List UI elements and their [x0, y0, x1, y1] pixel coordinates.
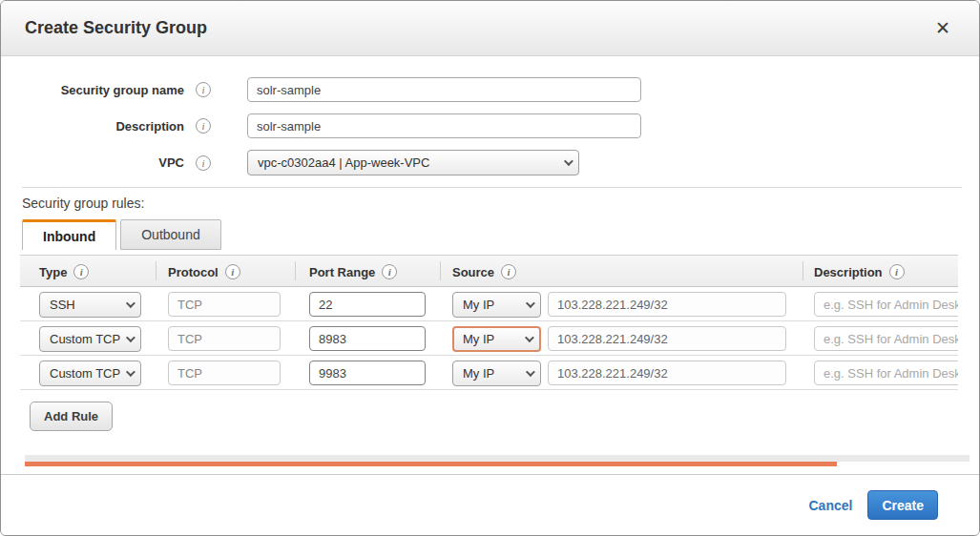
cancel-button[interactable]: Cancel: [808, 498, 852, 513]
column-separator: [156, 261, 156, 280]
scrollbar-thumb[interactable]: [25, 462, 837, 466]
vpc-select[interactable]: vpc-c0302aa4 | App-week-VPC: [247, 150, 579, 175]
chevron-down-icon: [126, 367, 136, 377]
column-separator: [803, 261, 803, 280]
rule-source-mode-select[interactable]: My IP: [452, 292, 541, 318]
info-icon[interactable]: i: [382, 264, 397, 279]
description-row: Description i: [20, 113, 979, 138]
add-rule-button[interactable]: Add Rule: [30, 402, 113, 431]
info-icon[interactable]: i: [73, 264, 89, 279]
rule-protocol-input: [168, 326, 281, 351]
rule-type-value: Custom TCP: [50, 366, 120, 381]
vpc-row: VPC i vpc-c0302aa4 | App-week-VPC: [20, 150, 979, 175]
chevron-down-icon: [525, 333, 534, 342]
chevron-down-icon: [526, 367, 535, 377]
info-icon[interactable]: i: [196, 118, 211, 134]
rule-source-mode-select[interactable]: My IP: [452, 326, 541, 352]
rule-type-value: Custom TCP: [50, 332, 120, 346]
column-header-protocol: Protocol i: [168, 256, 240, 288]
info-icon[interactable]: i: [196, 82, 211, 97]
rule-protocol-input: [168, 361, 281, 385]
column-separator: [440, 261, 441, 280]
column-header-description: Description i: [814, 256, 905, 288]
description-label: Description: [20, 119, 184, 134]
description-input[interactable]: [247, 113, 641, 138]
vpc-select-value: vpc-c0302aa4 | App-week-VPC: [258, 155, 558, 170]
rule-row-custom-tcp-8983: Custom TCP My IP: [20, 321, 958, 356]
column-header-protocol-label: Protocol: [168, 265, 219, 279]
tab-outbound[interactable]: Outbound: [120, 219, 221, 250]
table-header-row: Type i Protocol i Port Range i: [20, 255, 958, 287]
info-icon[interactable]: i: [225, 264, 240, 279]
column-header-type-label: Type: [39, 265, 67, 279]
column-header-source-label: Source: [452, 265, 494, 279]
info-icon[interactable]: i: [501, 264, 516, 279]
dialog-title: Create Security Group: [25, 18, 933, 38]
section-divider: [22, 187, 962, 188]
column-header-type: Type i: [39, 256, 89, 288]
chevron-down-icon: [526, 299, 535, 308]
dialog-footer: Cancel Create: [1, 474, 979, 535]
dialog-header: Create Security Group ✕: [1, 1, 979, 56]
dialog-body: Security group name i Description i VPC …: [1, 56, 979, 474]
rule-source-mode-value: My IP: [463, 298, 520, 312]
rule-source-cidr-input[interactable]: [548, 361, 786, 385]
create-button[interactable]: Create: [867, 490, 938, 520]
column-header-port-range-label: Port Range: [309, 265, 375, 279]
rule-row-ssh: SSH My IP: [20, 287, 958, 321]
rule-source-cidr-input[interactable]: [548, 326, 786, 351]
tab-inbound[interactable]: Inbound: [22, 219, 116, 250]
rules-tabs: Inbound Outbound: [22, 219, 979, 250]
rule-source-mode-value: My IP: [463, 332, 519, 346]
rule-row-custom-tcp-9983: Custom TCP My IP: [20, 356, 958, 390]
rule-description-input[interactable]: [814, 326, 958, 351]
chevron-down-icon: [126, 299, 136, 308]
rule-port-range-input[interactable]: [309, 292, 426, 317]
rule-port-range-input[interactable]: [309, 326, 426, 351]
security-group-name-input[interactable]: [247, 77, 641, 102]
rule-type-select[interactable]: Custom TCP: [39, 326, 141, 352]
rules-heading: Security group rules:: [22, 196, 979, 211]
column-header-description-label: Description: [814, 265, 883, 279]
column-header-source: Source i: [452, 256, 516, 288]
info-icon[interactable]: i: [889, 264, 905, 279]
horizontal-scrollbar: [25, 455, 970, 466]
rule-source-mode-select-focused[interactable]: My IP: [452, 361, 541, 386]
security-group-name-label: Security group name: [20, 83, 184, 97]
rule-type-select[interactable]: SSH: [39, 292, 141, 318]
scrollbar-track[interactable]: [25, 455, 970, 462]
rule-source-cidr-input[interactable]: [548, 292, 786, 317]
info-icon[interactable]: i: [196, 155, 211, 171]
vpc-label: VPC: [20, 155, 184, 170]
rule-port-range-input[interactable]: [309, 361, 426, 385]
rule-protocol-input: [168, 292, 281, 317]
rule-type-select[interactable]: Custom TCP: [39, 361, 141, 386]
rule-description-input[interactable]: [814, 292, 958, 317]
rule-source-mode-value: My IP: [463, 366, 520, 381]
chevron-down-icon: [126, 333, 136, 342]
security-group-name-row: Security group name i: [20, 77, 979, 102]
column-header-port-range: Port Range i: [309, 256, 397, 288]
rule-description-input[interactable]: [814, 361, 958, 385]
close-icon[interactable]: ✕: [933, 17, 952, 39]
rule-type-value: SSH: [50, 298, 120, 312]
chevron-down-icon: [564, 156, 573, 166]
create-security-group-dialog: Create Security Group ✕ Security group n…: [0, 0, 980, 536]
column-separator: [295, 261, 296, 280]
inbound-rules-table: Type i Protocol i Port Range i: [20, 255, 958, 390]
